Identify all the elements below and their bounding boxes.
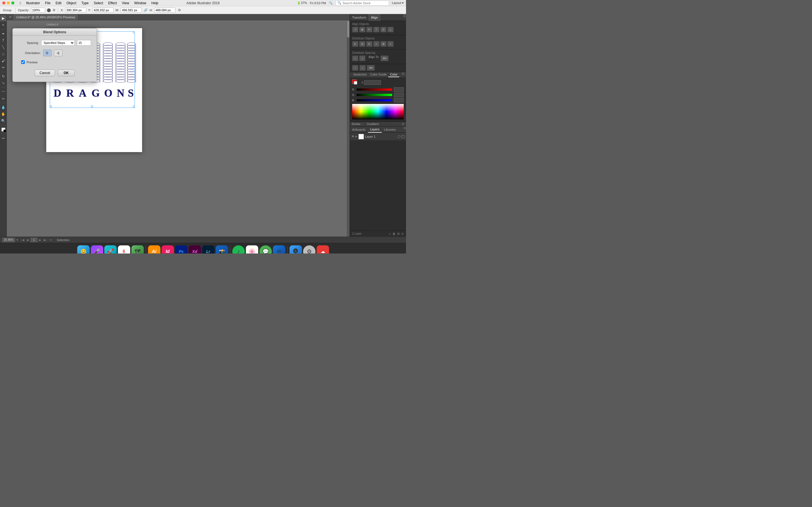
- dock-siri[interactable]: 🎤: [91, 245, 103, 254]
- new-artboard-btn[interactable]: ⊞: [397, 232, 400, 235]
- tab-close-x[interactable]: ✕: [9, 15, 11, 19]
- hand-tool[interactable]: ✋: [0, 111, 6, 117]
- color-panel-menu[interactable]: ☰: [402, 72, 404, 77]
- gradient-tab[interactable]: Gradient: [367, 122, 378, 126]
- search-icon[interactable]: 🔍: [329, 1, 333, 5]
- align-to-selector[interactable]: ⊞▾: [380, 55, 389, 61]
- color-spectrum[interactable]: [352, 104, 404, 119]
- help-menu[interactable]: Help: [149, 1, 160, 6]
- illustrator-menu[interactable]: Illustrator: [24, 1, 42, 6]
- transform-reflect-v-btn[interactable]: ↕: [359, 65, 366, 71]
- align-bottom-btn[interactable]: ⊥: [388, 27, 394, 33]
- cancel-button[interactable]: Cancel: [35, 69, 55, 76]
- first-page-btn[interactable]: |◀: [21, 238, 25, 242]
- transform-tab[interactable]: Transform: [350, 14, 369, 21]
- y-input[interactable]: [93, 8, 114, 13]
- r-input[interactable]: [394, 87, 404, 92]
- next-page-btn[interactable]: ▶: [38, 238, 42, 242]
- dock-xd[interactable]: Xd: [189, 245, 201, 254]
- dock-capture[interactable]: 📸: [216, 245, 228, 254]
- hex-color-input[interactable]: [364, 80, 381, 85]
- minimize-button[interactable]: [7, 1, 10, 4]
- dock-appstore[interactable]: 🅐: [290, 245, 302, 254]
- color-picker-icon[interactable]: ⬤: [47, 8, 51, 12]
- zoom-input[interactable]: [2, 238, 15, 242]
- dock-illustrator[interactable]: Ai: [148, 245, 160, 254]
- swatches-tab[interactable]: Swatches: [352, 72, 368, 77]
- orientation-vertical-btn[interactable]: ⊪: [43, 50, 52, 56]
- direct-select-tool[interactable]: ↖: [0, 22, 6, 28]
- page-input[interactable]: [31, 238, 38, 242]
- transform-options-btn[interactable]: ⚙▾: [367, 65, 375, 71]
- transform-options-icon[interactable]: ⚙: [178, 8, 181, 12]
- align-tab[interactable]: Align: [369, 14, 380, 21]
- layer-visibility-icon[interactable]: 👁: [352, 135, 354, 138]
- b-input[interactable]: [394, 98, 404, 103]
- layers-tab[interactable]: Layers: [368, 126, 382, 133]
- align-left-btn[interactable]: ⊣: [352, 27, 358, 33]
- zoom-tool[interactable]: 🔍: [0, 118, 6, 124]
- x-input[interactable]: [65, 8, 86, 13]
- g-input[interactable]: [394, 93, 404, 97]
- vertical-scrollbar[interactable]: [347, 20, 350, 237]
- warp-tool[interactable]: 〰: [0, 89, 6, 95]
- dock-messages[interactable]: 💬: [259, 245, 272, 254]
- pen-tool[interactable]: ✒: [0, 31, 6, 37]
- dock-photoshop[interactable]: Ps: [175, 245, 188, 254]
- dist-center-v-btn[interactable]: ⊞: [380, 41, 387, 47]
- dock-systemprefs[interactable]: ⚙: [303, 245, 315, 254]
- align-center-v-btn[interactable]: ⊡: [380, 27, 387, 33]
- more-tools-btn[interactable]: •••: [0, 135, 6, 142]
- layout-selector[interactable]: Layout ▾: [392, 1, 404, 5]
- scroll-thumb[interactable]: [347, 20, 349, 38]
- apple-menu[interactable]: : [18, 1, 23, 6]
- w-input[interactable]: [121, 8, 142, 13]
- dist-right-btn[interactable]: ⊪: [366, 41, 372, 47]
- dock-lightroom[interactable]: Lr: [202, 245, 214, 254]
- r-slider[interactable]: [357, 89, 392, 91]
- libraries-tab[interactable]: Libraries: [382, 126, 398, 133]
- dist-top-btn[interactable]: ⊦: [373, 41, 379, 47]
- add-layer-btn[interactable]: +: [389, 232, 391, 235]
- dock-maps[interactable]: 🗺: [132, 245, 144, 254]
- layer-lock-icon[interactable]: [402, 135, 404, 138]
- dock-spotify[interactable]: ♪: [232, 245, 245, 254]
- spacing-value-input[interactable]: [77, 40, 91, 46]
- dock-launchpad[interactable]: 🚀: [104, 245, 117, 254]
- fullscreen-button[interactable]: [11, 1, 14, 4]
- paintbrush-tool[interactable]: 🖌: [0, 58, 6, 64]
- dist-spacing-h-btn[interactable]: ↔: [352, 55, 358, 61]
- zoom-dropdown-arrow[interactable]: ▼: [16, 238, 18, 241]
- prev-page-btn[interactable]: ◀: [26, 238, 30, 242]
- artboards-tab[interactable]: Artboards: [350, 126, 368, 133]
- orientation-path-btn[interactable]: ⊰: [54, 50, 62, 56]
- dock-adobecc[interactable]: ☁: [317, 245, 329, 254]
- effect-menu[interactable]: Effect: [106, 1, 119, 6]
- delete-layer-btn[interactable]: 🗑: [393, 232, 396, 235]
- dist-left-btn[interactable]: ⊫: [352, 41, 358, 47]
- fill-color-swatch[interactable]: [352, 79, 358, 86]
- dock-calendar[interactable]: 6: [118, 245, 130, 254]
- blend-tool[interactable]: ∞: [0, 96, 6, 102]
- layers-panel-menu[interactable]: ☰: [403, 126, 406, 132]
- dist-spacing-v-btn[interactable]: ↕: [359, 55, 365, 61]
- align-top-btn[interactable]: ⊤: [373, 27, 379, 33]
- align-grid-icon[interactable]: ⊞: [53, 8, 55, 12]
- layer-target-icon[interactable]: [398, 135, 400, 138]
- stock-search-box[interactable]: 🔍: [336, 1, 389, 6]
- spacing-select[interactable]: Specified Steps: [41, 40, 75, 46]
- color-tab[interactable]: Color: [388, 72, 399, 77]
- file-menu[interactable]: File: [43, 1, 52, 6]
- layer-expand-icon[interactable]: ▶: [356, 135, 357, 138]
- artboard-nav-icon[interactable]: ⊷: [49, 238, 52, 241]
- align-right-btn[interactable]: ⊢: [366, 27, 372, 33]
- type-menu[interactable]: Type: [79, 1, 91, 6]
- stock-search-input[interactable]: [343, 1, 387, 5]
- select-tool[interactable]: ▶: [0, 15, 6, 21]
- dist-bottom-btn[interactable]: ⊧: [388, 41, 394, 47]
- color-guide-tab[interactable]: Color Guide: [368, 72, 389, 77]
- dist-center-h-btn[interactable]: ⊟: [359, 41, 365, 47]
- view-menu[interactable]: View: [120, 1, 131, 6]
- type-tool[interactable]: T: [0, 38, 6, 44]
- select-menu[interactable]: Select: [92, 1, 105, 6]
